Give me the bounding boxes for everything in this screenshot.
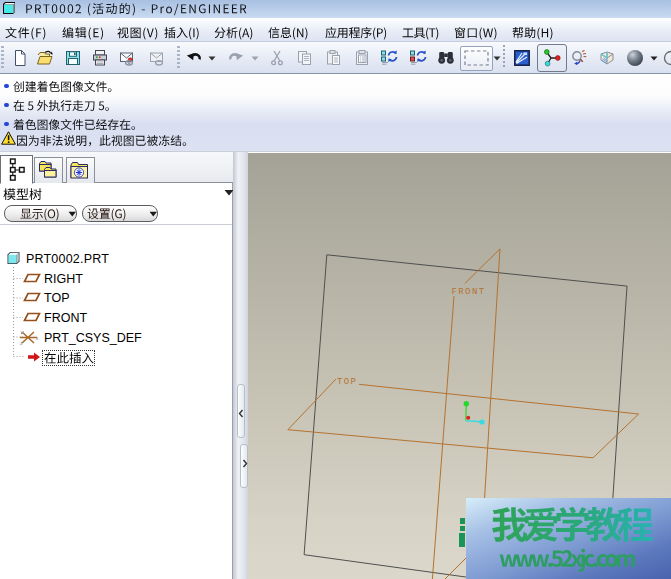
svg-text:TOP: TOP — [337, 377, 357, 387]
svg-text:FRONT: FRONT — [452, 287, 486, 297]
svg-text:x: x — [36, 335, 39, 341]
svg-text:z: z — [20, 340, 23, 346]
